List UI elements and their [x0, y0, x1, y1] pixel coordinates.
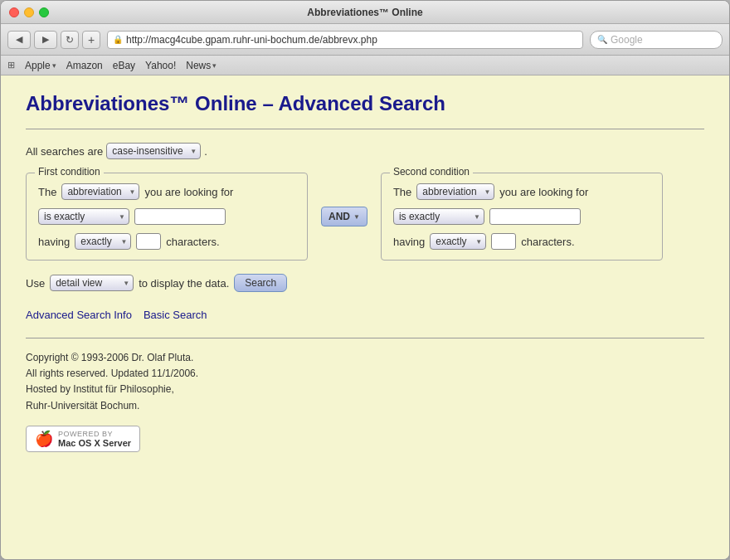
first-match-select[interactable]: is exactly contains starts with ends wit… [38, 208, 129, 225]
first-characters-label: characters. [166, 236, 219, 248]
links-row: Advanced Search Info Basic Search [26, 309, 704, 321]
bookmarks-bar: ⊞ Apple ▾ Amazon eBay Yahoo! News ▾ [1, 56, 729, 75]
second-char-select[interactable]: exactly at least at most [430, 233, 486, 250]
case-label: All searches are [26, 145, 103, 158]
second-match-select-wrapper[interactable]: is exactly contains starts with ends wit… [393, 208, 484, 225]
first-char-select[interactable]: exactly at least at most [75, 233, 131, 250]
display-suffix: to display the data. [139, 277, 229, 290]
second-condition-legend: Second condition [390, 166, 473, 178]
page-content: Abbreviationes™ Online – Advanced Search… [1, 75, 729, 559]
search-button[interactable]: Search [234, 274, 287, 292]
macos-badge[interactable]: 🍎 POWERED BY Mac OS X Server [26, 426, 140, 452]
news-arrow-icon: ▾ [212, 61, 217, 70]
browser-window: Abbreviationes™ Online ◀ ▶ ↻ + 🔒 http://… [0, 0, 730, 560]
advanced-search-info-link[interactable]: Advanced Search Info [26, 309, 132, 321]
copyright-text: Copyright © 1993-2006 Dr. Olaf Pluta. Al… [26, 350, 704, 414]
conditions-row: First condition The abbreviation expansi… [26, 173, 704, 261]
first-condition-legend: First condition [35, 166, 104, 178]
display-select-wrapper[interactable]: detail view compact view [50, 275, 134, 291]
search-placeholder: Google [611, 34, 643, 46]
address-bar[interactable]: 🔒 http://macg4cube.gpam.ruhr-uni-bochum.… [107, 31, 583, 49]
first-field-select-wrapper[interactable]: abbreviation expansion [61, 183, 139, 200]
second-match-select[interactable]: is exactly contains starts with ends wit… [393, 208, 484, 225]
page-title: Abbreviationes™ Online – Advanced Search [26, 92, 704, 115]
title-bar: Abbreviationes™ Online [1, 1, 729, 24]
add-tab-button[interactable]: + [82, 31, 100, 49]
bookmark-apple[interactable]: Apple ▾ [25, 60, 56, 71]
first-having-row: having exactly at least at most characte… [38, 233, 295, 250]
second-having-row: having exactly at least at most characte… [393, 233, 650, 250]
powered-by-label: POWERED BY [58, 430, 131, 438]
second-looking-label: you are looking for [499, 186, 588, 198]
minimize-button[interactable] [24, 7, 34, 17]
first-field-select[interactable]: abbreviation expansion [61, 183, 139, 200]
first-looking-label: you are looking for [144, 186, 233, 198]
second-match-input[interactable] [489, 208, 581, 225]
macos-label: Mac OS X Server [58, 438, 131, 448]
bookmark-yahoo[interactable]: Yahoo! [145, 60, 176, 71]
toolbar: ◀ ▶ ↻ + 🔒 http://macg4cube.gpam.ruhr-uni… [1, 24, 729, 56]
case-row: All searches are case-insensitive case-s… [26, 143, 704, 159]
url-display: http://macg4cube.gpam.ruhr-uni-bochum.de… [126, 34, 377, 46]
security-icon: 🔒 [113, 35, 123, 44]
case-period: . [204, 145, 207, 158]
first-having-label: having [38, 236, 70, 248]
macos-text-wrap: POWERED BY Mac OS X Server [58, 430, 131, 448]
and-arrow-icon: ▼ [353, 213, 360, 221]
second-characters-label: characters. [521, 236, 574, 248]
first-condition-box: First condition The abbreviation expansi… [26, 173, 308, 261]
first-char-input[interactable] [136, 233, 161, 250]
second-field-row: The abbreviation expansion you are looki… [393, 183, 650, 200]
second-match-row: is exactly contains starts with ends wit… [393, 208, 650, 225]
first-the-label: The [38, 186, 56, 198]
refresh-button[interactable]: ↻ [61, 31, 79, 49]
first-match-select-wrapper[interactable]: is exactly contains starts with ends wit… [38, 208, 129, 225]
second-field-select[interactable]: abbreviation expansion [416, 183, 494, 200]
and-button[interactable]: AND ▼ [321, 207, 367, 226]
and-label: AND [328, 211, 350, 222]
bookmark-amazon[interactable]: Amazon [66, 60, 103, 71]
title-divider [26, 129, 704, 129]
apple-logo-icon: 🍎 [35, 430, 53, 448]
basic-search-link[interactable]: Basic Search [144, 309, 207, 321]
search-icon: 🔍 [597, 35, 607, 44]
use-label: Use [26, 277, 45, 290]
close-button[interactable] [9, 7, 19, 17]
first-match-row: is exactly contains starts with ends wit… [38, 208, 295, 225]
second-char-input[interactable] [491, 233, 516, 250]
first-field-row: The abbreviation expansion you are looki… [38, 183, 295, 200]
back-button[interactable]: ◀ [7, 31, 31, 49]
second-condition-box: Second condition The abbreviation expans… [381, 173, 663, 261]
case-select-wrapper[interactable]: case-insensitive case-sensitive [106, 143, 201, 159]
forward-button[interactable]: ▶ [34, 31, 57, 49]
maximize-button[interactable] [39, 7, 49, 17]
second-char-select-wrapper[interactable]: exactly at least at most [430, 233, 486, 250]
window-title: Abbreviationes™ Online [307, 7, 422, 18]
display-select[interactable]: detail view compact view [50, 275, 134, 291]
first-char-select-wrapper[interactable]: exactly at least at most [75, 233, 131, 250]
second-having-label: having [393, 236, 425, 248]
second-field-select-wrapper[interactable]: abbreviation expansion [416, 183, 494, 200]
bookmarks-icon: ⊞ [7, 60, 15, 71]
display-row: Use detail view compact view to display … [26, 274, 704, 292]
search-bar[interactable]: 🔍 Google [590, 31, 723, 49]
footer-divider [26, 338, 704, 338]
bookmark-ebay[interactable]: eBay [113, 60, 135, 71]
second-the-label: The [393, 186, 411, 198]
bookmark-news[interactable]: News ▾ [186, 60, 217, 71]
apple-arrow-icon: ▾ [52, 61, 56, 70]
traffic-lights [9, 7, 49, 17]
case-select[interactable]: case-insensitive case-sensitive [106, 143, 201, 159]
first-match-input[interactable] [134, 208, 226, 225]
